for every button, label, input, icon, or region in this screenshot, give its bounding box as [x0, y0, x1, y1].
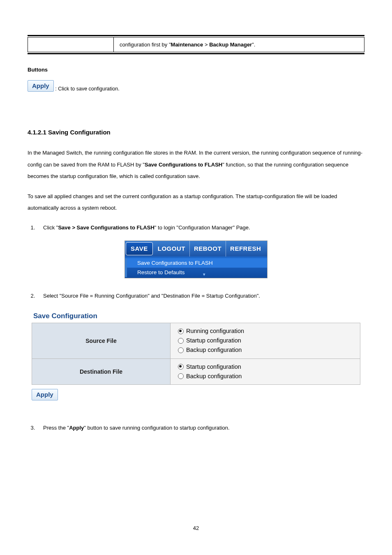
tab-save[interactable]: SAVE: [126, 242, 153, 255]
radio-backup-config-dst[interactable]: Backup configuration: [178, 372, 353, 381]
info-table: configuration first by "Maintenance > Ba…: [28, 37, 364, 52]
step-3: Press the "Apply" button to save running…: [37, 423, 364, 433]
buttons-heading: Buttons: [28, 67, 364, 73]
radio-startup-config-src[interactable]: Startup configuration: [178, 336, 353, 345]
radio-running-config[interactable]: Running configuration: [178, 326, 353, 336]
panel-apply-button[interactable]: Apply: [32, 389, 58, 400]
apply-button-image: Apply: [28, 80, 54, 92]
apply-caption: : Click to save configuration.: [55, 86, 119, 92]
subsection-heading: 4.1.2.1 Saving Configuration: [28, 129, 364, 136]
menu-item-save-config[interactable]: Save Configurations to FLASH: [125, 258, 267, 268]
paragraph-1: In the Managed Switch, the running confi…: [28, 147, 364, 183]
paragraph-2: To save all applied changes and set the …: [28, 191, 364, 214]
panel-title: Save Configuration: [32, 310, 360, 322]
info-cell: configuration first by "Maintenance > Ba…: [114, 37, 364, 52]
step-2: Select "Source File = Running Configurat…: [37, 291, 364, 301]
toolbar-screenshot: SAVE LOGOUT REBOOT REFRESH Save Configur…: [125, 240, 267, 278]
row-label-destination-file: Destination File: [32, 358, 171, 384]
row-label-source-file: Source File: [32, 323, 171, 358]
menu-item-restore-defaults[interactable]: Restore to Defaults: [125, 268, 267, 277]
tab-logout[interactable]: LOGOUT: [154, 241, 190, 257]
step-1: Click "Save > Save Configurations to FLA…: [37, 222, 364, 233]
radio-backup-config-src[interactable]: Backup configuration: [178, 345, 353, 355]
radio-startup-config-dst[interactable]: Startup configuration: [178, 362, 353, 372]
tab-refresh[interactable]: REFRESH: [226, 241, 265, 257]
chevron-down-icon: ▾: [203, 272, 205, 277]
tab-reboot[interactable]: REBOOT: [190, 241, 226, 257]
page-number: 42: [0, 525, 392, 531]
save-config-panel: Save Configuration Source File Running c…: [28, 308, 364, 405]
